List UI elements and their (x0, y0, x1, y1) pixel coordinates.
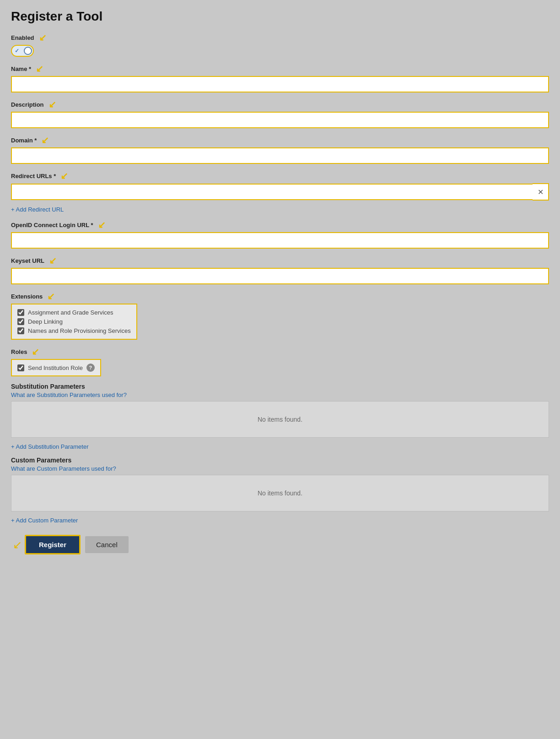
oidc-label: OpenID Connect Login URL * ↙ (11, 219, 549, 230)
toggle-knob (24, 47, 32, 55)
name-label: Name * ↙ (11, 63, 549, 74)
extension-ags-row: Assignment and Grade Services (17, 309, 131, 316)
clear-redirect-url-button[interactable]: ✕ (533, 183, 549, 201)
substitution-parameters-title: Substitution Parameters (11, 383, 549, 390)
enabled-section: Enabled ↙ ✓ (11, 32, 549, 57)
extensions-arrow: ↙ (47, 291, 55, 302)
substitution-parameters-empty-text: No items found. (258, 416, 302, 423)
toggle-container: ✓ (11, 45, 549, 57)
send-institution-role-help-icon[interactable]: ? (86, 364, 95, 372)
page-title: Register a Tool (11, 9, 549, 24)
keyset-label-text: Keyset URL (11, 257, 44, 264)
add-substitution-parameter-link[interactable]: + Add Substitution Parameter (11, 443, 88, 450)
description-label: Description ↙ (11, 99, 549, 110)
roles-label: Roles ↙ (11, 346, 549, 357)
extension-ags-checkbox[interactable] (17, 309, 24, 316)
enabled-label: Enabled ↙ (11, 32, 549, 43)
oidc-section: OpenID Connect Login URL * ↙ https://you… (11, 219, 549, 249)
domain-input[interactable]: https://your.ltiaas.com/lti/launch (11, 147, 549, 164)
extension-nrps-checkbox[interactable] (17, 327, 24, 334)
substitution-parameters-section: Substitution Parameters What are Substit… (11, 383, 549, 450)
redirect-urls-section: Redirect URLs * ↙ https://your.ltiaas.co… (11, 170, 549, 213)
oidc-arrow: ↙ (98, 219, 106, 230)
custom-parameters-link[interactable]: What are Custom Parameters used for? (11, 465, 116, 472)
extension-ags-label: Assignment and Grade Services (28, 309, 113, 316)
roles-label-text: Roles (11, 348, 27, 355)
add-custom-parameter-link[interactable]: + Add Custom Parameter (11, 517, 78, 524)
keyset-arrow: ↙ (49, 255, 57, 266)
description-input[interactable]: Your Tool Description (11, 112, 549, 128)
extension-dl-row: Deep Linking (17, 318, 131, 325)
extension-nrps-row: Names and Role Provisioning Services (17, 327, 131, 334)
name-arrow: ↙ (36, 63, 43, 74)
domain-section: Domain * ↙ https://your.ltiaas.com/lti/l… (11, 135, 549, 164)
description-arrow: ↙ (48, 99, 56, 110)
enabled-label-text: Enabled (11, 34, 34, 41)
roles-arrow: ↙ (32, 346, 39, 357)
custom-parameters-title: Custom Parameters (11, 456, 549, 464)
custom-parameters-section: Custom Parameters What are Custom Parame… (11, 456, 549, 524)
name-label-text: Name * (11, 65, 31, 72)
extension-nrps-label: Names and Role Provisioning Services (28, 327, 131, 334)
keyset-input[interactable]: https://your.ltiaas.com/keys (11, 268, 549, 284)
toggle-check-icon: ✓ (15, 48, 19, 54)
send-institution-role-label: Send Institution Role (28, 364, 83, 371)
send-institution-role-checkbox[interactable] (17, 364, 24, 371)
redirect-url-row: https://your.ltiaas.com/lti/launch ✕ (11, 183, 549, 201)
extensions-label-text: Extensions (11, 293, 43, 300)
register-button[interactable]: Register (25, 535, 81, 554)
name-section: Name * ↙ Your Tool Name (11, 63, 549, 92)
add-redirect-url-link[interactable]: + Add Redirect URL (11, 206, 64, 213)
domain-label-text: Domain * (11, 137, 37, 144)
extensions-label: Extensions ↙ (11, 291, 549, 302)
description-label-text: Description (11, 101, 44, 108)
extensions-section: Extensions ↙ Assignment and Grade Servic… (11, 291, 549, 340)
redirect-urls-label-text: Redirect URLs * (11, 173, 56, 179)
roles-section: Roles ↙ Send Institution Role ? (11, 346, 549, 376)
bottom-buttons: ↙ Register Cancel (11, 535, 549, 554)
enabled-arrow: ↙ (39, 32, 47, 43)
keyset-label: Keyset URL ↙ (11, 255, 549, 266)
substitution-parameters-link[interactable]: What are Substitution Parameters used fo… (11, 391, 127, 398)
redirect-url-input[interactable]: https://your.ltiaas.com/lti/launch (11, 184, 533, 200)
roles-box: Send Institution Role ? (11, 359, 101, 376)
enabled-toggle[interactable]: ✓ (11, 45, 34, 57)
substitution-parameters-empty-box: No items found. (11, 401, 549, 438)
oidc-input[interactable]: https://your.ltiaas.com/login (11, 232, 549, 249)
redirect-urls-label: Redirect URLs * ↙ (11, 170, 549, 181)
register-button-arrow: ↙ (13, 538, 22, 551)
custom-parameters-empty-box: No items found. (11, 475, 549, 511)
extension-dl-label: Deep Linking (28, 318, 63, 325)
redirect-urls-arrow: ↙ (60, 170, 68, 181)
domain-label: Domain * ↙ (11, 135, 549, 146)
keyset-section: Keyset URL ↙ https://your.ltiaas.com/key… (11, 255, 549, 284)
description-section: Description ↙ Your Tool Description (11, 99, 549, 128)
extension-dl-checkbox[interactable] (17, 318, 24, 325)
cancel-button[interactable]: Cancel (85, 536, 129, 553)
name-input[interactable]: Your Tool Name (11, 76, 549, 92)
oidc-label-text: OpenID Connect Login URL * (11, 222, 93, 228)
custom-parameters-empty-text: No items found. (258, 489, 302, 497)
extensions-box: Assignment and Grade Services Deep Linki… (11, 304, 137, 340)
domain-arrow: ↙ (41, 135, 49, 146)
